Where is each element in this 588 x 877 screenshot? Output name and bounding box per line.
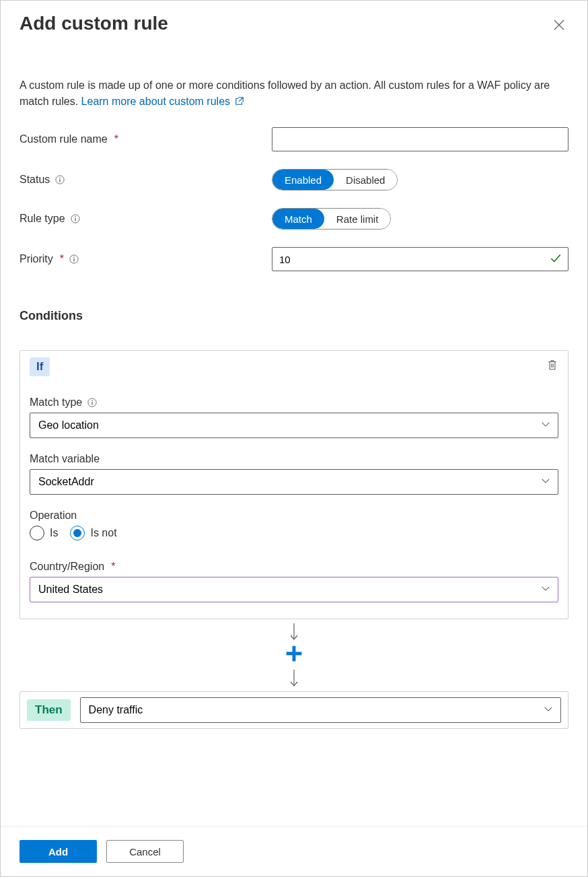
priority-input[interactable] — [272, 247, 568, 271]
status-enabled-option[interactable]: Enabled — [272, 170, 334, 190]
svg-point-4 — [75, 216, 76, 217]
label-match-variable: Match variable — [30, 453, 558, 465]
svg-rect-2 — [60, 179, 61, 182]
condition-connector — [20, 623, 568, 687]
panel-body: A custom rule is made up of one or more … — [1, 77, 587, 729]
required-asterisk: * — [111, 561, 115, 573]
svg-point-7 — [73, 256, 75, 258]
operation-isnot-radio[interactable]: Is not — [70, 526, 116, 540]
label-match-type: Match type — [30, 396, 558, 409]
info-icon[interactable] — [55, 175, 65, 184]
rule-name-input[interactable] — [272, 127, 568, 151]
match-type-select[interactable]: Geo location — [30, 413, 558, 438]
label-country: Country/Region* — [30, 561, 558, 573]
match-variable-select[interactable]: SocketAddr — [30, 469, 558, 495]
conditions-title: Conditions — [20, 309, 568, 323]
checkmark-icon — [550, 252, 562, 267]
ruletype-toggle: Match Rate limit — [272, 208, 391, 230]
learn-more-link[interactable]: Learn more about custom rules — [81, 96, 244, 107]
info-icon[interactable] — [87, 398, 97, 407]
row-ruletype: Rule type Match Rate limit — [20, 208, 568, 230]
action-select[interactable]: Deny traffic — [80, 697, 561, 723]
ruletype-ratelimit-option[interactable]: Rate limit — [324, 209, 391, 229]
label-ruletype-text: Rule type — [20, 213, 65, 225]
svg-point-1 — [60, 177, 61, 178]
svg-rect-5 — [75, 218, 75, 221]
close-button[interactable] — [550, 15, 568, 34]
field-match-variable: Match variable SocketAddr — [30, 453, 558, 495]
svg-point-10 — [91, 400, 93, 401]
label-priority-text: Priority — [20, 253, 53, 265]
row-priority: Priority* — [20, 247, 568, 271]
label-match-variable-text: Match variable — [30, 453, 100, 465]
svg-rect-11 — [92, 402, 93, 405]
footer-bar: Add Cancel — [1, 826, 587, 876]
info-icon[interactable] — [71, 214, 80, 223]
then-badge: Then — [27, 699, 71, 721]
required-asterisk: * — [60, 253, 64, 265]
label-operation-text: Operation — [30, 510, 77, 522]
label-status: Status — [20, 174, 272, 186]
add-condition-button[interactable] — [285, 645, 303, 666]
trash-icon — [546, 359, 558, 371]
radio-icon — [30, 526, 44, 540]
country-select[interactable]: United States — [30, 577, 558, 602]
info-icon[interactable] — [69, 254, 79, 264]
intro-text: A custom rule is made up of one or more … — [20, 77, 568, 110]
row-rule-name: Custom rule name* — [20, 127, 568, 151]
panel-header: Add custom rule — [1, 1, 587, 34]
plus-icon — [285, 645, 303, 662]
arrow-down-icon — [289, 623, 299, 641]
panel-title: Add custom rule — [20, 13, 168, 34]
label-rule-name-text: Custom rule name — [20, 133, 108, 145]
row-status: Status Enabled Disabled — [20, 169, 568, 190]
close-icon — [554, 20, 564, 30]
svg-rect-8 — [73, 258, 74, 262]
learn-more-link-text: Learn more about custom rules — [81, 96, 230, 107]
condition-card: If Match type Geo location Match variabl… — [20, 350, 568, 619]
required-asterisk: * — [114, 133, 118, 145]
ruletype-match-option[interactable]: Match — [272, 209, 324, 229]
label-rule-name: Custom rule name* — [20, 133, 272, 145]
arrow-down-icon — [289, 670, 299, 687]
field-country: Country/Region* United States — [30, 561, 558, 602]
external-link-icon — [235, 96, 244, 106]
radio-icon — [70, 526, 85, 540]
label-operation: Operation — [30, 510, 558, 522]
operation-is-radio[interactable]: Is — [30, 526, 58, 540]
operation-is-label: Is — [50, 527, 58, 539]
status-disabled-option[interactable]: Disabled — [334, 170, 397, 190]
add-button[interactable]: Add — [20, 840, 97, 863]
field-operation: Operation Is Is not — [30, 510, 558, 540]
label-priority: Priority* — [20, 253, 272, 265]
operation-radio-group: Is Is not — [30, 526, 558, 540]
status-toggle: Enabled Disabled — [272, 169, 398, 190]
label-country-text: Country/Region — [30, 561, 104, 573]
operation-isnot-label: Is not — [90, 527, 116, 539]
if-badge: If — [30, 357, 50, 376]
cancel-button[interactable]: Cancel — [106, 840, 184, 863]
field-match-type: Match type Geo location — [30, 396, 558, 438]
label-ruletype: Rule type — [20, 213, 272, 225]
then-row: Then Deny traffic — [20, 691, 568, 729]
label-status-text: Status — [20, 174, 50, 186]
delete-condition-button[interactable] — [546, 359, 558, 373]
label-match-type-text: Match type — [30, 396, 82, 409]
